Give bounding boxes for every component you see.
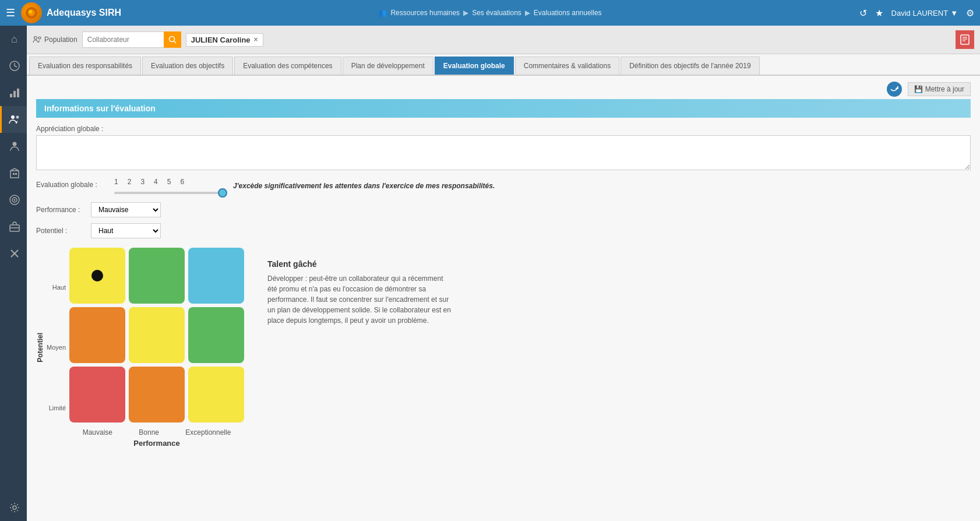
svg-line-4 <box>15 66 17 67</box>
collaborateur-input[interactable] <box>82 31 164 48</box>
search-button[interactable] <box>164 31 181 48</box>
evaluation-label: Evaluation globale : <box>36 181 106 189</box>
sidebar-item-briefcase[interactable] <box>0 213 27 240</box>
cell-haut-exceptionnelle[interactable] <box>188 248 244 304</box>
description-box: Talent gâché Développer : peut-être un c… <box>267 248 454 326</box>
sidebar-item-settings[interactable] <box>0 494 27 521</box>
svg-rect-5 <box>10 94 12 97</box>
sidebar-item-clock[interactable] <box>0 52 27 79</box>
tab-commentaires[interactable]: Commentaires & validations <box>515 57 619 75</box>
tab-objectifs2019[interactable]: Définition des objectifs de l'année 2019 <box>621 57 759 75</box>
tab-bar: Evaluation des responsabilités Evaluatio… <box>27 54 980 76</box>
main-area: Population JULIEN Caroline × <box>27 26 980 521</box>
performance-select[interactable]: Mauvaise Bonne Exceptionnelle <box>91 202 161 217</box>
app-logo <box>21 2 42 23</box>
sidebar-item-chart[interactable] <box>0 79 27 106</box>
brand-logo-area: Adequasys SIRH <box>21 2 121 23</box>
people-icon <box>33 35 42 44</box>
tab-globale[interactable]: Evaluation globale <box>435 57 514 75</box>
slider-row: Evaluation globale : 1 2 3 4 5 6 <box>36 178 971 194</box>
x-label-bonne: Bonne <box>139 428 159 436</box>
sidebar-item-person[interactable] <box>0 133 27 160</box>
slider-num-5: 5 <box>167 178 171 186</box>
hamburger-menu[interactable]: ☰ <box>6 6 15 19</box>
appreciation-textarea[interactable] <box>36 135 971 170</box>
slider-thumb[interactable] <box>218 188 227 198</box>
tab-objectifs[interactable]: Evaluation des objectifs <box>142 57 233 75</box>
potentiel-select[interactable]: Bas Moyen Haut <box>91 223 161 238</box>
svg-point-23 <box>38 37 41 39</box>
slider-track <box>114 192 219 194</box>
nine-box-container: Potentiel Haut Moyen Limité <box>36 248 244 448</box>
cell-haut-bonne[interactable] <box>129 248 185 304</box>
population-label: Population <box>33 35 77 44</box>
svg-rect-12 <box>13 173 15 175</box>
cell-haut-mauvaise[interactable] <box>69 248 125 304</box>
x-axis-labels: Mauvaise Bonne Exceptionnelle <box>69 428 244 436</box>
breadcrumb-item-2[interactable]: Ses évaluations <box>472 9 521 17</box>
svg-point-10 <box>12 142 16 146</box>
app-title: Adequasys SIRH <box>47 8 121 18</box>
tab-developpement[interactable]: Plan de développement <box>343 57 433 75</box>
cell-moyen-exceptionnelle[interactable] <box>188 307 244 363</box>
nine-box-grid <box>69 248 244 423</box>
appreciation-row: Appréciation globale : <box>36 125 971 172</box>
cell-moyen-bonne[interactable] <box>129 307 185 363</box>
slider-num-1: 1 <box>114 178 118 186</box>
y-tick-haut: Haut <box>52 284 66 291</box>
y-tick-limite: Limité <box>49 404 66 411</box>
svg-point-8 <box>11 115 15 119</box>
svg-point-16 <box>13 199 15 201</box>
description-title: Talent gâché <box>267 259 454 269</box>
gear-icon[interactable]: ⚙ <box>966 8 974 19</box>
search-input-wrap <box>82 31 181 48</box>
svg-point-1 <box>29 10 32 13</box>
description-text: Développer : peut-être un collaborateur … <box>267 273 454 326</box>
remove-employee-button[interactable]: × <box>254 36 258 44</box>
slider-num-2: 2 <box>128 178 132 186</box>
svg-point-9 <box>16 116 19 119</box>
svg-point-24 <box>169 37 174 42</box>
nine-box-area: Potentiel Haut Moyen Limité <box>36 248 971 448</box>
top-navbar: ☰ Adequasys SIRH 👥 Ressources humaines ▶… <box>0 0 980 26</box>
performance-label: Performance : <box>36 206 83 214</box>
selection-dot <box>91 270 103 281</box>
tab-responsabilites[interactable]: Evaluation des responsabilités <box>29 57 141 75</box>
update-button[interactable]: 💾 Mettre à jour <box>908 82 971 96</box>
cell-limite-bonne[interactable] <box>129 367 185 423</box>
employee-name: JULIEN Caroline <box>191 36 251 44</box>
user-dropdown-icon: ▼ <box>950 9 958 17</box>
refresh-row: 💾 Mettre à jour <box>36 82 971 97</box>
breadcrumb-item-3[interactable]: Evaluations annuelles <box>534 9 602 17</box>
top-right-doc-icon[interactable] <box>956 30 974 49</box>
content-area: 💾 Mettre à jour Informations sur l'évalu… <box>27 76 980 521</box>
breadcrumb-sep-1: ▶ <box>463 9 468 17</box>
cell-limite-mauvaise[interactable] <box>69 367 125 423</box>
main-layout: ⌂ <box>0 26 980 521</box>
x-label-exceptionnelle: Exceptionnelle <box>185 428 231 436</box>
svg-rect-13 <box>15 173 17 175</box>
sidebar-item-target[interactable] <box>0 186 27 213</box>
breadcrumb-item-1[interactable]: Ressources humaines <box>390 9 460 17</box>
sidebar-item-people[interactable] <box>0 106 27 133</box>
tab-competences[interactable]: Evaluation des compétences <box>234 57 341 75</box>
slider-num-4: 4 <box>154 178 158 186</box>
slider-numbers: 1 2 3 4 5 6 <box>114 178 217 186</box>
search-bar: Population JULIEN Caroline × <box>27 26 980 54</box>
slider-wrap <box>114 186 219 194</box>
slider-description: J'excède significativement les attentes … <box>233 182 495 190</box>
refresh-button[interactable] <box>887 82 902 97</box>
svg-rect-26 <box>961 35 969 44</box>
cell-moyen-mauvaise[interactable] <box>69 307 125 363</box>
sidebar-item-building[interactable] <box>0 160 27 186</box>
sidebar-item-home[interactable]: ⌂ <box>0 26 27 52</box>
cell-limite-exceptionnelle[interactable] <box>188 367 244 423</box>
svg-rect-6 <box>13 91 16 97</box>
sidebar-item-cross[interactable] <box>0 240 27 267</box>
dropdowns-area: Performance : Mauvaise Bonne Exceptionne… <box>36 202 971 238</box>
star-icon[interactable]: ★ <box>875 8 883 19</box>
svg-rect-7 <box>17 89 19 97</box>
save-icon: 💾 <box>914 85 923 93</box>
refresh-icon[interactable]: ↺ <box>859 8 867 19</box>
user-menu[interactable]: David LAURENT ▼ <box>891 9 958 17</box>
